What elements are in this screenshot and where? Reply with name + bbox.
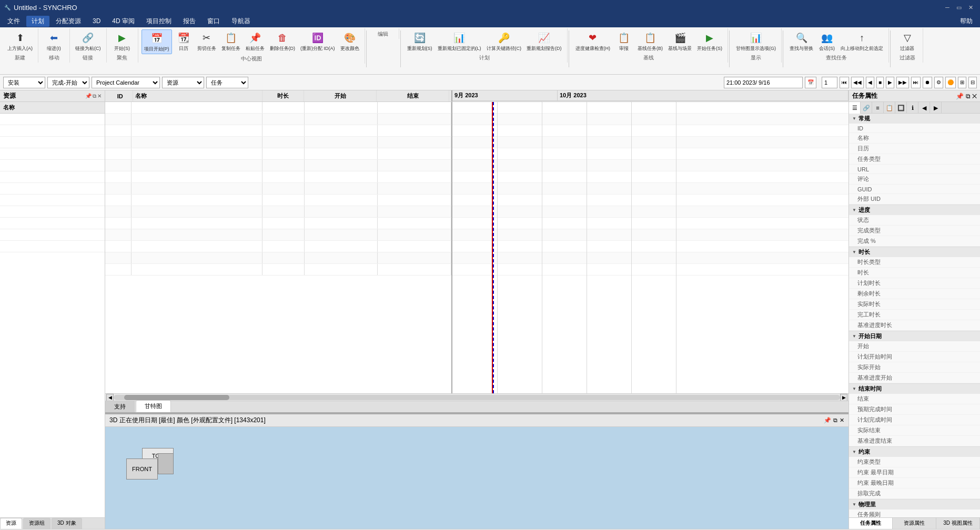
rp-close-button[interactable]: ✕	[972, 93, 977, 100]
close-button[interactable]: ✕	[965, 3, 976, 12]
record-button[interactable]: ⏺	[923, 77, 932, 88]
footer-tab-resource-props[interactable]: 资源属性	[893, 518, 936, 529]
insert-above-button[interactable]: ⬆ 上方插入(A)	[5, 29, 35, 53]
bottom-panel-close-button[interactable]: ✕	[840, 417, 844, 424]
gantt-display-button[interactable]: 📊 甘特图显示选项(G)	[734, 29, 778, 53]
section-duration-header[interactable]: 时长	[849, 247, 980, 257]
calendar-button[interactable]: 📆 日历	[173, 29, 194, 54]
play-next-button[interactable]: ▶▶	[896, 77, 909, 88]
menu-navigator[interactable]: 导航器	[226, 16, 256, 27]
footer-tab-task-props[interactable]: 任务属性	[849, 518, 893, 529]
rp-tab-info[interactable]: ℹ	[907, 102, 918, 114]
section-constraint-header[interactable]: 约束	[849, 447, 980, 457]
rp-tab-general[interactable]: ☰	[849, 102, 861, 114]
rp-tab-link[interactable]: 🔗	[861, 102, 872, 114]
scroll-right-button[interactable]: ▶	[840, 394, 847, 401]
chart-row	[452, 125, 848, 137]
section-progress-header[interactable]: 进度	[849, 205, 980, 215]
tasks-select[interactable]: 任务	[206, 77, 248, 88]
menu-help[interactable]: 帮助	[955, 16, 978, 27]
move-up-button[interactable]: ↑ 向上移动到之前选定	[838, 29, 885, 53]
panel-float-button[interactable]: ⧉	[93, 93, 96, 99]
rp-tab-doc[interactable]: 📋	[884, 102, 895, 114]
collapse-button[interactable]: ⊟	[968, 77, 977, 88]
indent-button[interactable]: ⬅ 缩进(I)	[44, 29, 65, 53]
expand-button[interactable]: ⊞	[958, 77, 966, 88]
rp-tab-box[interactable]: 🔲	[895, 102, 907, 114]
install-select[interactable]: 安装	[3, 77, 45, 88]
datetime-input[interactable]	[724, 77, 803, 88]
menu-4d[interactable]: 4D 审阅	[107, 16, 140, 27]
health-check-button[interactable]: ❤ 进度健康检查(H)	[573, 29, 613, 53]
critical-path-button[interactable]: 🔑 计算关键路径(C)	[484, 29, 524, 53]
finish-start-select[interactable]: 完成-开始	[47, 77, 89, 88]
play-last-button[interactable]: ⏭	[911, 77, 921, 88]
reassign-id-button[interactable]: 🆔 (重新)分配 ID(A)	[298, 29, 337, 54]
color1-button[interactable]: 🟠	[945, 77, 956, 88]
panel-pin-button[interactable]: 📌	[85, 93, 92, 99]
hscroll-track[interactable]	[114, 395, 840, 400]
rp-tab-list[interactable]: ≡	[872, 102, 884, 114]
tab-gantt[interactable]: 甘特图	[136, 400, 171, 412]
start-button[interactable]: ▶ 开始(S)	[112, 29, 133, 53]
hscroll-thumb[interactable]	[124, 395, 229, 400]
audit-button[interactable]: 📋 审报	[613, 29, 634, 53]
play-prev-button[interactable]: ◀◀	[851, 77, 864, 88]
rp-tab-prev[interactable]: ◀	[918, 102, 930, 114]
tab-resources[interactable]: 资源	[0, 518, 22, 529]
copy-tasks-button[interactable]: 📋 复制任务	[219, 29, 243, 54]
cut-tasks-button[interactable]: ✂ 剪切任务	[195, 29, 218, 54]
menu-project-control[interactable]: 项目控制	[141, 16, 177, 27]
menu-alloc[interactable]: 分配资源	[50, 16, 86, 27]
tab-resource-groups[interactable]: 资源组	[23, 518, 50, 529]
calendar-select[interactable]: Project Calendar	[92, 77, 160, 88]
replan-button[interactable]: 🔄 重新规划(S)	[405, 29, 435, 53]
delete-tasks-button[interactable]: 🗑 删除任务(D)	[268, 29, 298, 54]
rp-float-button[interactable]: ⧉	[966, 93, 971, 100]
menu-file[interactable]: 文件	[2, 16, 25, 27]
find-replace-button[interactable]: 🔍 查找与替换	[787, 29, 815, 53]
link-button[interactable]: 🔗 链接为粘(C)	[73, 29, 103, 53]
project-start-button[interactable]: 📅 项目开始(P)	[142, 29, 172, 54]
bottom-panel-pin-button[interactable]: 📌	[824, 417, 831, 424]
left-panel-content	[0, 114, 105, 517]
play-first-button[interactable]: ⏮	[840, 77, 849, 88]
stop-button[interactable]: ■	[876, 77, 884, 88]
settings-button[interactable]: ⚙	[934, 77, 943, 88]
tab-support[interactable]: 支持	[105, 401, 135, 412]
paste-tasks-button[interactable]: 📌 粘贴任务	[244, 29, 267, 54]
menu-3d[interactable]: 3D	[87, 16, 106, 26]
rp-pin-button[interactable]: 📌	[956, 93, 964, 100]
scroll-left-button[interactable]: ◀	[106, 394, 114, 401]
minimize-button[interactable]: ─	[942, 3, 953, 12]
session-button[interactable]: 👥 会话(S)	[816, 29, 837, 53]
baseline-task-button[interactable]: 📋 基线任务(B)	[635, 29, 665, 53]
restore-button[interactable]: ▭	[954, 3, 964, 12]
filter-button[interactable]: ▽ 过滤器	[897, 29, 918, 53]
baseline-scenario-button[interactable]: 🎬 基线与场景	[666, 29, 694, 53]
replan-fixed-button[interactable]: 📊 重新规划已固定的(L)	[436, 29, 483, 53]
play-next1-button[interactable]: ▶	[886, 77, 894, 88]
section-physics-header[interactable]: 物理里	[849, 500, 980, 509]
change-color-button[interactable]: 🎨 更改颜色	[338, 29, 361, 54]
toolbar-group-display: 📊 甘特图显示选项(G) 显示	[731, 28, 782, 63]
section-start-header[interactable]: 开始日期	[849, 331, 980, 341]
section-general-header[interactable]: 常规	[849, 114, 980, 124]
section-end-header[interactable]: 结束时间	[849, 384, 980, 394]
panel-close-button[interactable]: ✕	[97, 93, 102, 99]
resources-select[interactable]: 资源	[162, 77, 204, 88]
page-input[interactable]	[822, 77, 837, 88]
play-prev1-button[interactable]: ◀	[866, 77, 874, 88]
bottom-panel-float-button[interactable]: ⧉	[833, 417, 837, 424]
footer-tab-3d-view-props[interactable]: 3D 视图属性	[936, 518, 980, 529]
start-task-button[interactable]: ▶ 开始任务(S)	[695, 29, 724, 53]
gantt-hscroll[interactable]: ◀ ▶	[105, 393, 848, 401]
menu-report[interactable]: 报告	[178, 16, 201, 27]
replan-report-button[interactable]: 📈 重新规划报告(D)	[524, 29, 564, 53]
tab-3d-objects[interactable]: 3D 对象	[52, 518, 82, 529]
bottom-panel: 3D 正在使用日期 [最佳] 颜色 [外观配置文件] [1343x201] 📌 …	[105, 413, 848, 529]
menu-plan[interactable]: 计划	[26, 16, 49, 27]
menu-window[interactable]: 窗口	[202, 16, 225, 27]
datetime-picker-button[interactable]: 📅	[805, 77, 816, 88]
rp-tab-next[interactable]: ▶	[930, 102, 942, 114]
